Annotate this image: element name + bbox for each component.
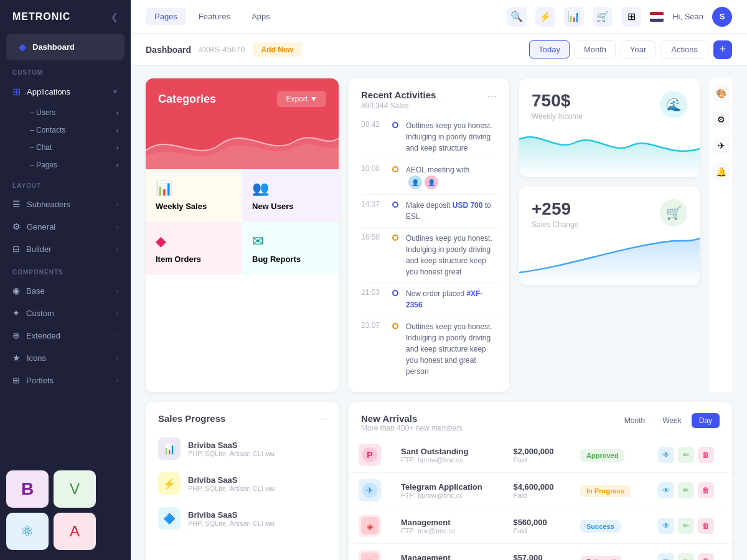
sidebar-item-contacts[interactable]: – Contacts › — [0, 121, 131, 139]
tl-time-1: 08:42 — [361, 120, 385, 129]
view-btn-1[interactable]: 👁 — [658, 447, 674, 463]
dashboard-icon: ◆ — [19, 41, 26, 53]
search-icon-btn[interactable]: 🔍 — [507, 7, 527, 27]
edit-btn-4[interactable]: ✏ — [678, 553, 694, 560]
tl-text-1: Outlines keep you honest. Indulging in p… — [406, 120, 497, 154]
sp-info-1: Briviba SaaS PHP, SQLite, Artisan CLI мм — [188, 441, 326, 457]
view-btn-3[interactable]: 👁 — [658, 518, 674, 534]
delete-btn-4[interactable]: 🗑 — [698, 553, 714, 560]
sidebar-item-pages[interactable]: – Pages › — [0, 156, 131, 174]
arrival-status-2: In Progress — [580, 485, 631, 497]
subheader: Dashboard #XRS-45670 Add New Today Month… — [131, 34, 747, 66]
sp-item-1: 📊 Briviba SaaS PHP, SQLite, Artisan CLI … — [146, 431, 339, 466]
right-icon-2[interactable]: ⚙ — [713, 111, 730, 128]
activities-more-icon[interactable]: ··· — [487, 90, 497, 103]
sidebar-item-chat[interactable]: – Chat › — [0, 139, 131, 156]
subheaders-arrow: › — [116, 201, 118, 208]
plus-button[interactable]: + — [713, 40, 732, 59]
edit-btn-1[interactable]: ✏ — [678, 447, 694, 463]
bootstrap-logo[interactable]: B — [6, 470, 49, 508]
avatar-1: 👤 — [408, 175, 422, 189]
dashboard-label: Dashboard — [32, 42, 75, 52]
time-filter-today[interactable]: Today — [529, 40, 570, 58]
activities-card: Recent Activities 890,344 Sales ··· 08:4… — [349, 78, 509, 392]
user-avatar[interactable]: S — [712, 7, 732, 27]
svg-text:✈: ✈ — [366, 485, 374, 495]
tile-new-users[interactable]: 👥 New Users — [242, 169, 339, 222]
tile-bug-reports[interactable]: ✉ Bug Reports — [242, 222, 339, 275]
chat-label: – Chat — [30, 143, 52, 152]
view-btn-2[interactable]: 👁 — [658, 482, 674, 498]
arrival-icon-1: P — [359, 444, 381, 466]
actions-button[interactable]: Actions — [660, 40, 708, 58]
general-icon: ⚙ — [12, 222, 21, 231]
angular-logo[interactable]: A — [54, 513, 96, 550]
export-button[interactable]: Export ▼ — [277, 91, 326, 107]
weekly-income-label: Weekly Income — [532, 112, 583, 121]
topnav-links: Pages Features Apps — [146, 8, 279, 25]
sidebar-item-builder[interactable]: ⊟ Builder › — [0, 238, 131, 260]
sidebar-item-users[interactable]: – Users › — [0, 104, 131, 121]
tab-day[interactable]: Day — [692, 413, 720, 428]
sidebar-item-custom[interactable]: ✦ Custom › — [0, 302, 131, 324]
pages-label: – Pages — [30, 161, 57, 169]
sales-progress-card: Sales Progress ··· 📊 Briviba SaaS PHP, S… — [146, 402, 339, 560]
arrival-name-3: Management — [401, 518, 493, 527]
sp-name-3: Briviba SaaS — [188, 510, 326, 520]
portlets-label: Portlets — [26, 376, 54, 385]
sidebar-item-extended[interactable]: ⊕ Extended › — [0, 324, 131, 347]
sales-progress-more-icon[interactable]: ··· — [319, 414, 326, 423]
connect-icon-btn[interactable]: ⚡ — [535, 7, 555, 27]
tl-text-3: Make deposit USD 700 to ESL — [406, 200, 497, 222]
tab-month[interactable]: Month — [617, 413, 652, 428]
tile-weekly-sales[interactable]: 📊 Weekly Sales — [146, 169, 242, 222]
sidebar-item-general[interactable]: ⚙ General › — [0, 215, 131, 238]
arrival-status-4: Rejected — [580, 556, 621, 561]
right-icon-4[interactable]: 🔔 — [713, 163, 730, 180]
view-btn-4[interactable]: 👁 — [658, 553, 674, 560]
timeline-item-3: 14:37 Make deposit USD 700 to ESL — [361, 195, 497, 228]
vue-logo[interactable]: V — [54, 470, 96, 508]
delete-btn-2[interactable]: 🗑 — [698, 482, 714, 498]
topnav-link-features[interactable]: Features — [190, 8, 239, 25]
section-label-layout: LAYOUT — [0, 174, 131, 193]
edit-btn-3[interactable]: ✏ — [678, 518, 694, 534]
sidebar-item-icons[interactable]: ★ Icons › — [0, 347, 131, 369]
time-filter-month[interactable]: Month — [575, 40, 616, 58]
applications-label: Applications — [27, 87, 70, 96]
react-logo[interactable]: ⚛ — [6, 513, 49, 550]
cart-icon-btn[interactable]: 🛒 — [593, 7, 613, 27]
edit-btn-2[interactable]: ✏ — [678, 482, 694, 498]
sidebar-dashboard-item[interactable]: ◆ Dashboard — [6, 34, 125, 60]
svg-text:◈: ◈ — [367, 557, 374, 560]
sp-info-3: Briviba SaaS PHP, SQLite, Artisan CLI мм — [188, 510, 326, 527]
tile-item-orders[interactable]: ◆ Item Orders — [146, 222, 242, 275]
sidebar-collapse-icon[interactable]: ❮ — [111, 12, 118, 22]
timeline-item-1: 08:42 Outlines keep you honest. Indulgin… — [361, 115, 497, 159]
arrival-row-2: ✈ Telegram Application FTP: bprow@bnc.cc… — [349, 473, 732, 508]
topnav-link-pages[interactable]: Pages — [146, 8, 186, 25]
general-arrow: › — [116, 223, 118, 230]
portlets-arrow: › — [116, 377, 118, 384]
delete-btn-3[interactable]: 🗑 — [698, 518, 714, 534]
arrival-paid-2: Paid — [513, 492, 560, 499]
time-filter-year[interactable]: Year — [621, 40, 655, 58]
sidebar-item-subheaders[interactable]: ☰ Subheaders › — [0, 193, 131, 215]
activities-title: Recent Activities — [361, 90, 436, 100]
tl-dot-2 — [392, 166, 398, 172]
delete-btn-1[interactable]: 🗑 — [698, 447, 714, 463]
topnav-link-apps[interactable]: Apps — [243, 8, 279, 25]
top-row: Categories Export ▼ 📊 — [146, 78, 732, 392]
sidebar-item-applications[interactable]: ⊞ Applications ▼ — [0, 80, 131, 104]
arrival-amount-4: $57,000 — [513, 553, 560, 561]
chart-icon-btn[interactable]: 📊 — [564, 7, 584, 27]
wave-icon: 🌊 — [666, 97, 682, 112]
activities-subtitle: 890,344 Sales — [361, 101, 436, 110]
tab-week[interactable]: Week — [655, 413, 688, 428]
sidebar-item-portlets[interactable]: ⊞ Portlets › — [0, 369, 131, 391]
grid-icon-btn[interactable]: ⊞ — [621, 7, 641, 27]
right-icon-3[interactable]: ✈ — [713, 137, 730, 154]
right-icon-1[interactable]: 🎨 — [713, 85, 730, 102]
add-new-button[interactable]: Add New — [253, 42, 302, 57]
sidebar-item-base[interactable]: ◉ Base › — [0, 279, 131, 302]
